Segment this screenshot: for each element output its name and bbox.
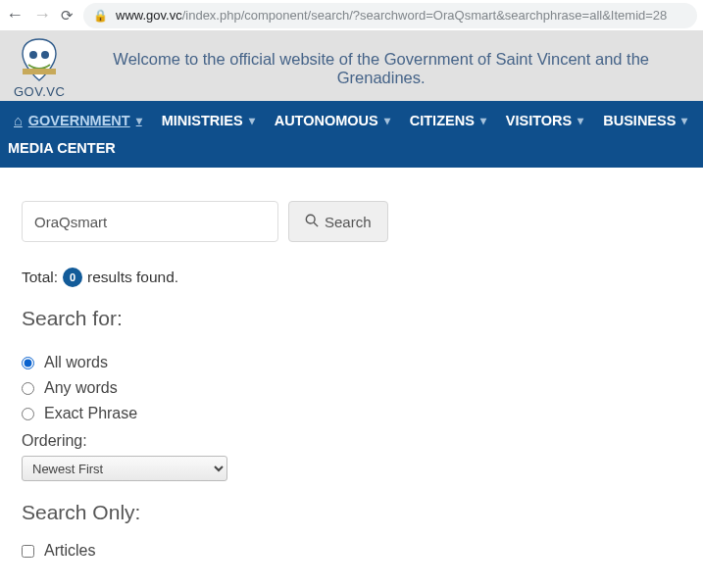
svg-line-4 [314,222,318,226]
ordering-select[interactable]: Newest First [22,456,227,481]
radio-all-words[interactable]: All words [22,354,681,371]
total-pre: Total: [22,269,58,286]
search-input[interactable] [22,201,278,242]
search-button-label: Search [325,214,372,230]
address-bar[interactable]: 🔒 www.gov.vc/index.php/component/search/… [83,3,697,28]
nav-label: MINISTRIES [162,113,243,128]
checkbox-articles[interactable]: Articles [22,542,681,560]
lock-icon: 🔒 [93,9,108,23]
nav-label: GOVERNMENT [28,113,130,128]
chevron-down-icon: ▾ [577,114,583,127]
back-button[interactable]: ← [6,5,24,25]
reload-button[interactable]: ⟳ [61,7,74,24]
nav-media-center[interactable]: MEDIA CENTER [4,134,126,162]
coat-of-arms-icon [15,37,64,82]
search-icon [305,214,319,230]
nav-autonomous[interactable]: AUTONOMOUS▾ [265,107,400,134]
checkbox-input[interactable] [22,545,34,558]
nav-citizens[interactable]: CITIZENS▾ [400,107,496,134]
nav-label: MEDIA CENTER [8,140,116,156]
radio-label: Exact Phrase [44,405,137,422]
nav-business[interactable]: BUSINESS▾ [593,107,697,134]
browser-toolbar: ← → ⟳ 🔒 www.gov.vc/index.php/component/s… [0,0,703,31]
svg-point-1 [41,51,49,59]
radio-input[interactable] [22,382,34,395]
radio-label: Any words [44,379,118,397]
nav-ministries[interactable]: MINISTRIES▾ [152,107,265,134]
search-for-heading: Search for: [22,307,681,330]
site-name: GOV.VC [14,84,65,99]
forward-button[interactable]: → [33,5,51,25]
svg-point-3 [306,215,315,223]
nav-government[interactable]: ⌂ GOVERNMENT ▾ [4,107,152,134]
checkbox-label: Articles [44,542,95,560]
home-icon: ⌂ [14,113,23,128]
nav-visitors[interactable]: VISITORS▾ [496,107,593,134]
radio-input[interactable] [22,408,34,420]
nav-label: CITIZENS [410,113,475,128]
nav-label: BUSINESS [603,113,676,128]
nav-label: AUTONOMOUS [275,113,378,128]
search-row: Search [22,201,681,242]
radio-label: All words [44,354,108,371]
main-nav: ⌂ GOVERNMENT ▾ MINISTRIES▾ AUTONOMOUS▾ C… [0,101,703,168]
total-count-badge: 0 [63,268,82,287]
results-total: Total: 0 results found. [22,268,681,287]
chevron-down-icon: ▾ [480,114,486,127]
radio-any-words[interactable]: Any words [22,379,681,397]
url-host: www.gov.vc [116,8,182,23]
nav-label: VISITORS [506,113,572,128]
site-header: GOV.VC Welcome to the official website o… [0,31,703,101]
total-post: results found. [87,269,178,286]
ordering-label: Ordering: [22,432,681,450]
chevron-down-icon: ▾ [136,114,142,127]
url-path: /index.php/component/search/?searchword=… [182,8,668,23]
svg-rect-2 [23,69,56,74]
chevron-down-icon: ▾ [384,114,390,127]
chevron-down-icon: ▾ [681,114,687,127]
search-button[interactable]: Search [288,201,388,242]
chevron-down-icon: ▾ [249,114,255,127]
svg-point-0 [29,51,37,59]
site-logo-block[interactable]: GOV.VC [14,37,65,99]
radio-input[interactable] [22,357,34,369]
phrase-radios: All words Any words Exact Phrase [22,354,681,422]
welcome-text: Welcome to the official website of the G… [78,50,693,87]
content-area: Search Total: 0 results found. Search fo… [0,168,703,579]
radio-exact-phrase[interactable]: Exact Phrase [22,405,681,422]
search-only-heading: Search Only: [22,501,681,524]
